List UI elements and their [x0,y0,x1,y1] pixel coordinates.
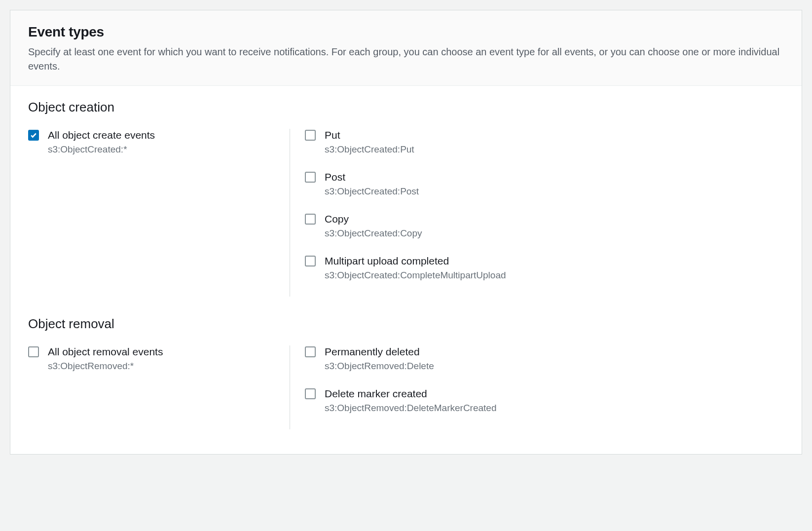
option-label: All object create events [48,129,155,142]
option-text: Delete marker created s3:ObjectRemoved:D… [325,387,497,415]
checkbox-multipart-upload-completed[interactable] [305,256,316,266]
section-items-column: Permanently deleted s3:ObjectRemoved:Del… [290,345,784,429]
option-delete-marker-created[interactable]: Delete marker created s3:ObjectRemoved:D… [305,387,784,415]
section-title: Object creation [28,100,784,115]
option-text: Post s3:ObjectCreated:Post [325,171,419,198]
option-sub: s3:ObjectRemoved:* [48,360,163,373]
option-sub: s3:ObjectCreated:Put [325,144,414,156]
option-sub: s3:ObjectRemoved:Delete [325,360,434,373]
panel-header: Event types Specify at least one event f… [10,10,802,86]
option-label: Delete marker created [325,387,497,400]
option-label: Post [325,171,419,184]
option-text: Permanently deleted s3:ObjectRemoved:Del… [325,345,434,373]
section-columns: All object create events s3:ObjectCreate… [28,129,784,297]
checkbox-post[interactable] [305,172,316,183]
option-text: Multipart upload completed s3:ObjectCrea… [325,255,506,282]
section-object-removal: Object removal All object removal events… [28,316,784,429]
option-label: Put [325,129,414,142]
section-object-creation: Object creation All object create events… [28,100,784,297]
option-permanently-deleted[interactable]: Permanently deleted s3:ObjectRemoved:Del… [305,345,784,373]
option-put[interactable]: Put s3:ObjectCreated:Put [305,129,784,156]
option-label: Multipart upload completed [325,255,506,267]
option-sub: s3:ObjectCreated:Copy [325,228,422,240]
panel-body: Object creation All object create events… [10,86,802,454]
panel-description: Specify at least one event for which you… [28,45,784,74]
section-columns: All object removal events s3:ObjectRemov… [28,345,784,429]
option-label: Copy [325,213,422,226]
checkbox-all-object-create[interactable] [28,130,39,141]
option-sub: s3:ObjectCreated:Post [325,186,419,198]
checkbox-permanently-deleted[interactable] [305,346,316,357]
option-multipart-upload-completed[interactable]: Multipart upload completed s3:ObjectCrea… [305,255,784,282]
section-items-column: Put s3:ObjectCreated:Put Post s3:ObjectC… [290,129,784,297]
panel-title: Event types [28,24,784,40]
checkbox-copy[interactable] [305,214,316,225]
option-copy[interactable]: Copy s3:ObjectCreated:Copy [305,213,784,240]
option-sub: s3:ObjectCreated:* [48,144,155,156]
option-label: Permanently deleted [325,345,434,358]
option-all-object-removal[interactable]: All object removal events s3:ObjectRemov… [28,345,275,373]
checkbox-all-object-removal[interactable] [28,346,39,357]
section-title: Object removal [28,316,784,332]
event-types-panel: Event types Specify at least one event f… [10,10,802,455]
option-text: All object removal events s3:ObjectRemov… [48,345,163,373]
option-sub: s3:ObjectCreated:CompleteMultipartUpload [325,269,506,282]
option-text: Put s3:ObjectCreated:Put [325,129,414,156]
checkbox-put[interactable] [305,130,316,141]
section-all-column: All object removal events s3:ObjectRemov… [28,345,290,429]
option-text: All object create events s3:ObjectCreate… [48,129,155,156]
option-label: All object removal events [48,345,163,358]
checkbox-delete-marker-created[interactable] [305,388,316,399]
option-text: Copy s3:ObjectCreated:Copy [325,213,422,240]
option-all-object-create[interactable]: All object create events s3:ObjectCreate… [28,129,275,156]
check-icon [30,132,37,139]
section-all-column: All object create events s3:ObjectCreate… [28,129,290,297]
option-sub: s3:ObjectRemoved:DeleteMarkerCreated [325,402,497,415]
option-post[interactable]: Post s3:ObjectCreated:Post [305,171,784,198]
